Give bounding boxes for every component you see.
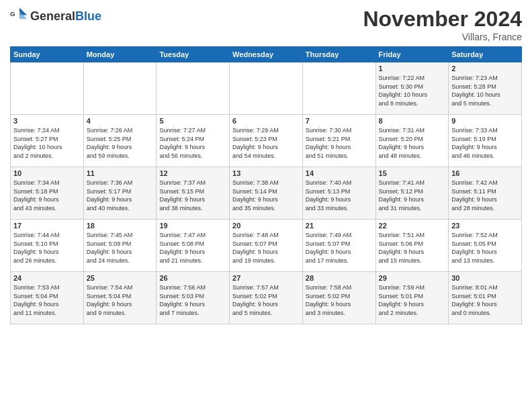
calendar-cell: 9Sunrise: 7:33 AM Sunset: 5:19 PM Daylig… xyxy=(449,115,522,167)
calendar-cell: 21Sunrise: 7:49 AM Sunset: 5:07 PM Dayli… xyxy=(302,220,375,272)
calendar-cell: 15Sunrise: 7:41 AM Sunset: 5:12 PM Dayli… xyxy=(375,167,449,220)
day-number: 7 xyxy=(306,117,373,125)
weekday-header-row: SundayMondayTuesdayWednesdayThursdayFrid… xyxy=(11,47,522,62)
calendar-cell: 11Sunrise: 7:36 AM Sunset: 5:17 PM Dayli… xyxy=(83,167,157,220)
day-number: 16 xyxy=(451,169,519,177)
calendar-cell: 2Sunrise: 7:23 AM Sunset: 5:28 PM Daylig… xyxy=(449,62,522,115)
calendar-cell: 20Sunrise: 7:48 AM Sunset: 5:07 PM Dayli… xyxy=(230,220,303,272)
day-number: 4 xyxy=(87,117,154,125)
calendar-cell xyxy=(83,62,157,115)
day-info: Sunrise: 7:27 AM Sunset: 5:24 PM Dayligh… xyxy=(159,126,226,160)
day-info: Sunrise: 7:52 AM Sunset: 5:05 PM Dayligh… xyxy=(451,231,519,265)
day-number: 23 xyxy=(451,222,519,230)
calendar-cell xyxy=(11,62,84,115)
day-info: Sunrise: 7:24 AM Sunset: 5:27 PM Dayligh… xyxy=(13,126,81,160)
day-info: Sunrise: 8:01 AM Sunset: 5:01 PM Dayligh… xyxy=(451,283,519,317)
day-number: 3 xyxy=(13,117,81,125)
day-info: Sunrise: 7:48 AM Sunset: 5:07 PM Dayligh… xyxy=(232,231,300,265)
calendar-cell: 25Sunrise: 7:54 AM Sunset: 5:04 PM Dayli… xyxy=(83,272,157,324)
calendar-cell xyxy=(302,62,375,115)
weekday-header-tuesday: Tuesday xyxy=(157,47,230,62)
logo: G GeneralBlue xyxy=(10,7,101,26)
day-number: 17 xyxy=(13,222,81,230)
day-info: Sunrise: 7:51 AM Sunset: 5:06 PM Dayligh… xyxy=(379,231,446,265)
day-info: Sunrise: 7:40 AM Sunset: 5:13 PM Dayligh… xyxy=(306,179,373,212)
day-number: 25 xyxy=(87,274,154,282)
day-info: Sunrise: 7:57 AM Sunset: 5:02 PM Dayligh… xyxy=(232,283,300,317)
calendar-cell: 3Sunrise: 7:24 AM Sunset: 5:27 PM Daylig… xyxy=(11,115,84,167)
calendar-cell: 7Sunrise: 7:30 AM Sunset: 5:21 PM Daylig… xyxy=(302,115,375,167)
day-info: Sunrise: 7:33 AM Sunset: 5:19 PM Dayligh… xyxy=(451,126,519,160)
calendar-week-3: 17Sunrise: 7:44 AM Sunset: 5:10 PM Dayli… xyxy=(11,220,522,272)
calendar-cell: 6Sunrise: 7:29 AM Sunset: 5:23 PM Daylig… xyxy=(230,115,303,167)
general-blue-icon: G xyxy=(10,7,29,26)
calendar-cell: 4Sunrise: 7:26 AM Sunset: 5:25 PM Daylig… xyxy=(83,115,157,167)
day-number: 11 xyxy=(87,169,154,177)
day-number: 21 xyxy=(306,222,373,230)
day-number: 20 xyxy=(232,222,300,230)
day-info: Sunrise: 7:38 AM Sunset: 5:14 PM Dayligh… xyxy=(232,179,300,212)
day-number: 10 xyxy=(13,169,81,177)
day-info: Sunrise: 7:44 AM Sunset: 5:10 PM Dayligh… xyxy=(13,231,81,265)
day-info: Sunrise: 7:34 AM Sunset: 5:18 PM Dayligh… xyxy=(13,179,81,212)
day-number: 24 xyxy=(13,274,81,282)
month-title: November 2024 xyxy=(363,7,522,32)
day-number: 13 xyxy=(232,169,300,177)
day-number: 14 xyxy=(306,169,373,177)
day-info: Sunrise: 7:59 AM Sunset: 5:01 PM Dayligh… xyxy=(379,283,446,317)
day-info: Sunrise: 7:54 AM Sunset: 5:04 PM Dayligh… xyxy=(87,283,154,317)
calendar-cell: 29Sunrise: 7:59 AM Sunset: 5:01 PM Dayli… xyxy=(375,272,449,324)
day-number: 15 xyxy=(379,169,446,177)
day-info: Sunrise: 7:29 AM Sunset: 5:23 PM Dayligh… xyxy=(232,126,300,160)
calendar-cell: 24Sunrise: 7:53 AM Sunset: 5:04 PM Dayli… xyxy=(11,272,84,324)
day-number: 19 xyxy=(159,222,226,230)
day-number: 22 xyxy=(379,222,446,230)
day-info: Sunrise: 7:47 AM Sunset: 5:08 PM Dayligh… xyxy=(159,231,226,265)
day-number: 5 xyxy=(159,117,226,125)
calendar-cell: 10Sunrise: 7:34 AM Sunset: 5:18 PM Dayli… xyxy=(11,167,84,220)
day-info: Sunrise: 7:45 AM Sunset: 5:09 PM Dayligh… xyxy=(87,231,154,265)
title-block: November 2024 Villars, France xyxy=(363,7,522,42)
logo-blue: Blue xyxy=(75,9,101,23)
day-info: Sunrise: 7:49 AM Sunset: 5:07 PM Dayligh… xyxy=(306,231,373,265)
calendar-week-0: 1Sunrise: 7:22 AM Sunset: 5:30 PM Daylig… xyxy=(11,62,522,115)
calendar-cell: 16Sunrise: 7:42 AM Sunset: 5:11 PM Dayli… xyxy=(449,167,522,220)
header: G GeneralBlue November 2024 Villars, Fra… xyxy=(10,7,522,42)
page-container: G GeneralBlue November 2024 Villars, Fra… xyxy=(0,0,532,331)
calendar-week-1: 3Sunrise: 7:24 AM Sunset: 5:27 PM Daylig… xyxy=(11,115,522,167)
calendar-cell: 12Sunrise: 7:37 AM Sunset: 5:15 PM Dayli… xyxy=(157,167,230,220)
svg-text:G: G xyxy=(10,10,15,17)
calendar-cell: 18Sunrise: 7:45 AM Sunset: 5:09 PM Dayli… xyxy=(83,220,157,272)
day-number: 8 xyxy=(379,117,446,125)
day-number: 2 xyxy=(451,64,519,73)
day-info: Sunrise: 7:22 AM Sunset: 5:30 PM Dayligh… xyxy=(379,74,446,107)
calendar-cell: 5Sunrise: 7:27 AM Sunset: 5:24 PM Daylig… xyxy=(157,115,230,167)
day-info: Sunrise: 7:36 AM Sunset: 5:17 PM Dayligh… xyxy=(87,179,154,212)
calendar-cell: 8Sunrise: 7:31 AM Sunset: 5:20 PM Daylig… xyxy=(375,115,449,167)
day-number: 27 xyxy=(232,274,300,282)
calendar-cell: 23Sunrise: 7:52 AM Sunset: 5:05 PM Dayli… xyxy=(449,220,522,272)
day-number: 30 xyxy=(451,274,519,282)
day-info: Sunrise: 7:42 AM Sunset: 5:11 PM Dayligh… xyxy=(451,179,519,212)
calendar-cell: 17Sunrise: 7:44 AM Sunset: 5:10 PM Dayli… xyxy=(11,220,84,272)
weekday-header-friday: Friday xyxy=(375,47,449,62)
calendar-week-2: 10Sunrise: 7:34 AM Sunset: 5:18 PM Dayli… xyxy=(11,167,522,220)
calendar-cell: 14Sunrise: 7:40 AM Sunset: 5:13 PM Dayli… xyxy=(302,167,375,220)
weekday-header-sunday: Sunday xyxy=(11,47,84,62)
day-number: 9 xyxy=(451,117,519,125)
calendar-cell: 30Sunrise: 8:01 AM Sunset: 5:01 PM Dayli… xyxy=(449,272,522,324)
day-info: Sunrise: 7:31 AM Sunset: 5:20 PM Dayligh… xyxy=(379,126,446,160)
day-number: 1 xyxy=(379,64,446,73)
weekday-header-monday: Monday xyxy=(83,47,157,62)
day-number: 18 xyxy=(87,222,154,230)
calendar-cell: 1Sunrise: 7:22 AM Sunset: 5:30 PM Daylig… xyxy=(375,62,449,115)
weekday-header-saturday: Saturday xyxy=(449,47,522,62)
day-info: Sunrise: 7:53 AM Sunset: 5:04 PM Dayligh… xyxy=(13,283,81,317)
weekday-header-thursday: Thursday xyxy=(302,47,375,62)
day-info: Sunrise: 7:30 AM Sunset: 5:21 PM Dayligh… xyxy=(306,126,373,160)
day-number: 6 xyxy=(232,117,300,125)
day-info: Sunrise: 7:41 AM Sunset: 5:12 PM Dayligh… xyxy=(379,179,446,212)
day-number: 26 xyxy=(159,274,226,282)
day-number: 12 xyxy=(159,169,226,177)
calendar-cell: 28Sunrise: 7:58 AM Sunset: 5:02 PM Dayli… xyxy=(302,272,375,324)
